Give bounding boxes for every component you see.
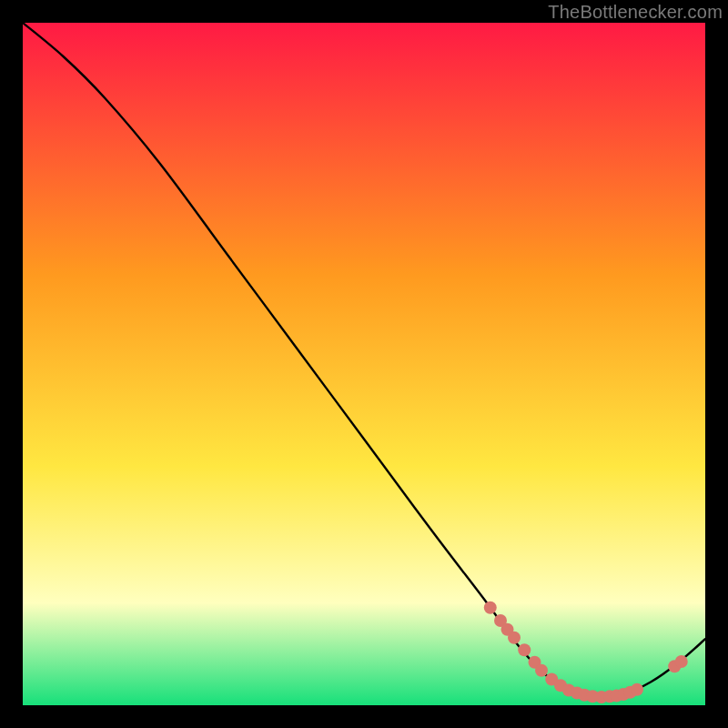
data-marker xyxy=(535,664,548,677)
plot-area xyxy=(23,23,705,705)
data-marker xyxy=(508,632,521,644)
chart-svg xyxy=(23,23,705,705)
data-marker xyxy=(484,602,497,614)
attribution-label: TheBottlenecker.com xyxy=(548,2,723,23)
data-marker xyxy=(631,683,643,696)
chart-stage: TheBottlenecker.com xyxy=(0,0,728,728)
data-marker xyxy=(675,655,688,668)
gradient-background xyxy=(23,23,705,705)
data-marker xyxy=(518,643,531,656)
